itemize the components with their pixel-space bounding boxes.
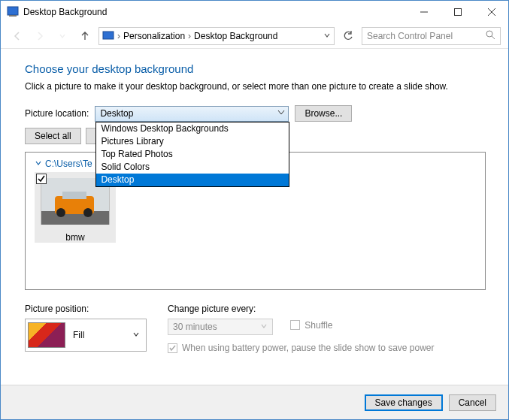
search-icon (486, 30, 495, 42)
picture-position-label: Picture position: (25, 304, 147, 314)
close-button[interactable] (474, 2, 508, 23)
change-interval-combobox: 30 minutes (168, 319, 273, 335)
location-icon (102, 30, 114, 42)
picture-position-value: Fill (73, 330, 84, 340)
forward-button[interactable] (31, 27, 49, 45)
maximize-button[interactable] (441, 2, 474, 23)
picture-position-combobox[interactable]: Fill (25, 319, 147, 352)
dialog-footer: Save changes Cancel (1, 385, 508, 419)
navigation-bar: › Personalization › Desktop Background S… (1, 23, 508, 49)
dropdown-option-selected[interactable]: Desktop (96, 174, 289, 186)
position-preview-icon (28, 322, 65, 348)
dropdown-option[interactable]: Pictures Library (96, 135, 289, 148)
page-heading: Choose your desktop background (25, 62, 486, 75)
chevron-down-icon (260, 322, 268, 332)
picture-location-value: Desktop (100, 108, 133, 119)
minimize-button[interactable] (407, 2, 441, 23)
checkbox-icon (290, 320, 300, 330)
group-path: C:\Users\Te (45, 159, 92, 169)
breadcrumb-personalization[interactable]: Personalization (123, 31, 185, 41)
breadcrumb-desktop-background[interactable]: Desktop Background (194, 31, 277, 41)
dropdown-option[interactable]: Solid Colors (96, 161, 289, 174)
titlebar: Desktop Background (1, 1, 508, 23)
up-button[interactable] (76, 27, 94, 45)
battery-label: When using battery power, pause the slid… (182, 343, 435, 353)
picture-location-combobox[interactable]: Desktop Windows Desktop Backgrounds Pict… (95, 106, 289, 122)
chevron-right-icon: › (188, 31, 191, 41)
window-controls (407, 2, 508, 23)
app-icon (7, 6, 19, 18)
picture-location-dropdown: Windows Desktop Backgrounds Pictures Lib… (95, 122, 289, 187)
bottom-options: Picture position: Fill Change picture ev… (25, 304, 486, 353)
svg-line-8 (492, 36, 495, 39)
thumbnail-checkbox[interactable] (36, 174, 47, 184)
chevron-down-icon (35, 159, 42, 169)
save-changes-button[interactable]: Save changes (365, 394, 443, 411)
svg-rect-3 (454, 9, 461, 16)
refresh-button[interactable] (339, 27, 357, 45)
select-all-button[interactable]: Select all (25, 128, 81, 144)
svg-rect-1 (9, 15, 17, 17)
svg-point-13 (83, 208, 92, 217)
picture-position-block: Picture position: Fill (25, 304, 147, 352)
browse-button[interactable]: Browse... (295, 105, 352, 122)
address-dropdown-icon[interactable] (323, 31, 331, 41)
svg-point-12 (56, 208, 65, 217)
svg-rect-14 (62, 192, 86, 199)
search-input[interactable]: Search Control Panel (362, 27, 501, 45)
svg-point-7 (486, 31, 492, 37)
content-area: Choose your desktop background Click a p… (1, 49, 508, 391)
window-title: Desktop Background (23, 7, 407, 17)
page-subtext: Click a picture to make it your desktop … (25, 81, 486, 92)
shuffle-label: Shuffle (304, 320, 332, 331)
history-dropdown-button[interactable] (53, 27, 71, 45)
picture-location-row: Picture location: Desktop Windows Deskto… (25, 105, 486, 122)
svg-rect-6 (103, 32, 114, 39)
dropdown-option[interactable]: Windows Desktop Backgrounds (96, 122, 289, 135)
battery-checkbox-row: When using battery power, pause the slid… (168, 343, 486, 353)
change-picture-label: Change picture every: (168, 304, 486, 314)
search-placeholder: Search Control Panel (367, 31, 486, 41)
cancel-button[interactable]: Cancel (449, 394, 496, 411)
chevron-down-icon (132, 330, 140, 340)
shuffle-checkbox: Shuffle (290, 320, 332, 331)
checkbox-icon (168, 343, 177, 353)
chevron-right-icon: › (117, 31, 120, 41)
back-button[interactable] (8, 27, 26, 45)
address-bar[interactable]: › Personalization › Desktop Background (98, 27, 335, 45)
thumbnail-label: bmw (35, 231, 116, 243)
chevron-down-icon (277, 108, 285, 119)
picture-location-label: Picture location: (25, 108, 89, 119)
change-interval-value: 30 minutes (173, 322, 217, 332)
svg-rect-0 (8, 7, 18, 15)
change-picture-block: Change picture every: 30 minutes Shuffle… (168, 304, 486, 353)
desktop-background-window: Desktop Background › Personalization › D… (0, 0, 509, 420)
dropdown-option[interactable]: Top Rated Photos (96, 148, 289, 161)
